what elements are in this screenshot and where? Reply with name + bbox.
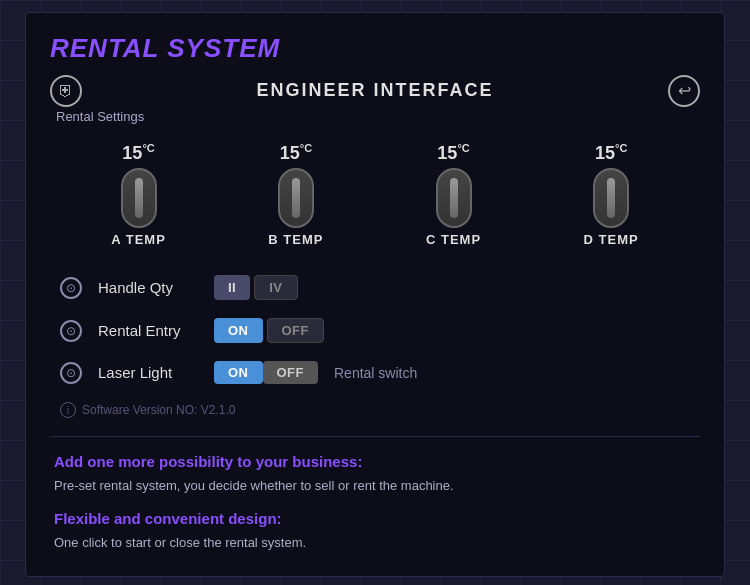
promo-heading-2: Flexible and convenient design: <box>54 510 696 527</box>
handle-qty-iv-button[interactable]: IV <box>254 275 297 300</box>
promo-text-1: Pre-set rental system, you decide whethe… <box>54 476 696 496</box>
temp-gauge-d <box>593 168 629 228</box>
rental-settings-label: Rental Settings <box>56 109 700 124</box>
temp-gauge-b <box>278 168 314 228</box>
laser-light-label: Laser Light <box>98 364 198 381</box>
divider <box>50 436 700 437</box>
rental-switch-label: Rental switch <box>334 365 417 381</box>
back-button[interactable]: ↩ <box>668 75 700 107</box>
page-title: RENTAL SYSTEM <box>50 33 700 64</box>
promo-text-2: One click to start or close the rental s… <box>54 533 696 553</box>
laser-light-icon: ⊙ <box>60 362 82 384</box>
rental-entry-label: Rental Entry <box>98 322 198 339</box>
promo-heading-1: Add one more possibility to your busines… <box>54 453 696 470</box>
laser-light-row: ⊙ Laser Light ON OFF Rental switch <box>60 361 700 384</box>
software-version: i Software Version NO: V2.1.0 <box>60 402 700 418</box>
handle-qty-row: ⊙ Handle Qty II IV <box>60 275 700 300</box>
temp-label-a: A TEMP <box>111 232 166 247</box>
info-icon: i <box>60 402 76 418</box>
controls-section: ⊙ Handle Qty II IV ⊙ Rental Entry ON OFF… <box>60 275 700 384</box>
temp-row: 15°C A TEMP 15°C B TEMP 15°C C TEMP 15°C… <box>50 142 700 247</box>
interface-header: ⛨ ENGINEER INTERFACE ↩ <box>50 80 700 101</box>
laser-light-switch-group: ON OFF Rental switch <box>214 361 417 384</box>
temp-value-c: 15°C <box>437 142 469 164</box>
software-version-text: Software Version NO: V2.1.0 <box>82 403 235 417</box>
shield-icon: ⛨ <box>50 75 82 107</box>
main-container: RENTAL SYSTEM ⛨ ENGINEER INTERFACE ↩ Ren… <box>25 12 725 577</box>
handle-qty-btn-group: II IV <box>214 275 298 300</box>
promo-section: Add one more possibility to your busines… <box>50 453 700 552</box>
laser-light-off-button[interactable]: OFF <box>263 361 319 384</box>
handle-qty-ii-button[interactable]: II <box>214 275 250 300</box>
temp-value-b: 15°C <box>280 142 312 164</box>
temp-label-d: D TEMP <box>584 232 639 247</box>
rental-entry-icon: ⊙ <box>60 320 82 342</box>
handle-qty-label: Handle Qty <box>98 279 198 296</box>
temp-label-c: C TEMP <box>426 232 481 247</box>
temp-item-b: 15°C B TEMP <box>268 142 323 247</box>
temp-value-d: 15°C <box>595 142 627 164</box>
temp-gauge-c <box>436 168 472 228</box>
temp-value-a: 15°C <box>122 142 154 164</box>
rental-entry-btn-group: ON OFF <box>214 318 324 343</box>
rental-entry-on-button[interactable]: ON <box>214 318 263 343</box>
temp-item-d: 15°C D TEMP <box>584 142 639 247</box>
handle-qty-icon: ⊙ <box>60 277 82 299</box>
rental-entry-off-button[interactable]: OFF <box>267 318 325 343</box>
temp-item-c: 15°C C TEMP <box>426 142 481 247</box>
interface-title: ENGINEER INTERFACE <box>256 80 493 101</box>
temp-item-a: 15°C A TEMP <box>111 142 166 247</box>
rental-entry-row: ⊙ Rental Entry ON OFF <box>60 318 700 343</box>
temp-label-b: B TEMP <box>268 232 323 247</box>
temp-gauge-a <box>121 168 157 228</box>
laser-light-on-button[interactable]: ON <box>214 361 263 384</box>
